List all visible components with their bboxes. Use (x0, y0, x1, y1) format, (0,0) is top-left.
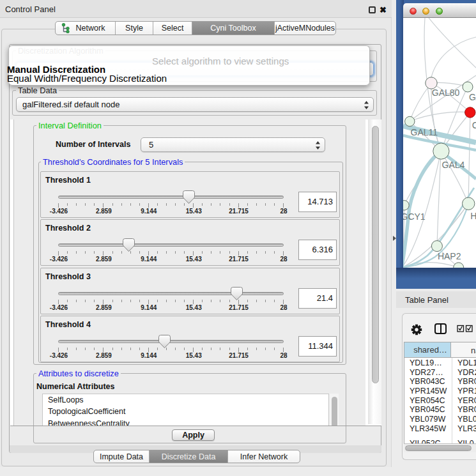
svg-text:GAL80: GAL80 (432, 88, 460, 98)
svg-text:C: C (472, 120, 476, 130)
svg-text:GA: GA (469, 92, 476, 102)
svg-text:GAL11: GAL11 (411, 127, 438, 137)
svg-text:GAL4: GAL4 (442, 160, 465, 170)
svg-text:H: H (470, 211, 476, 221)
svg-text:HAP2: HAP2 (438, 251, 461, 261)
svg-text:GCY1: GCY1 (403, 211, 426, 222)
